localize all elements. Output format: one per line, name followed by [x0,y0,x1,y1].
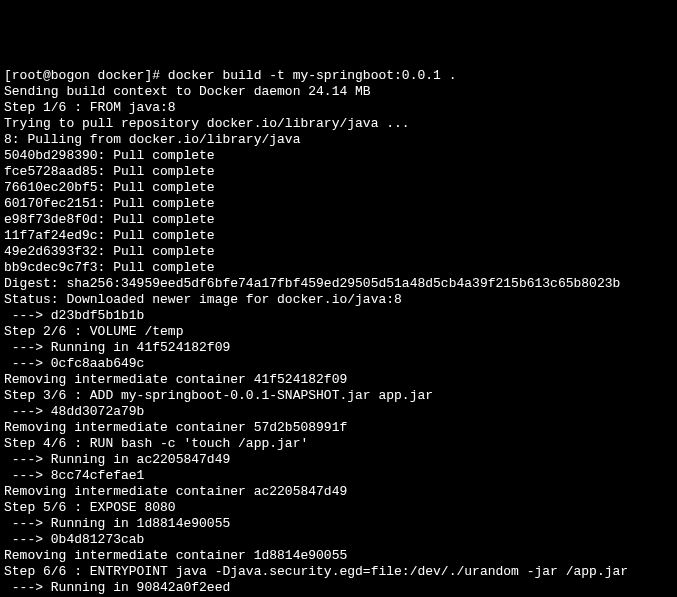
terminal-line: ---> Running in ac2205847d49 [4,452,673,468]
terminal-line: Removing intermediate container 1d8814e9… [4,548,673,564]
terminal-line: Status: Downloaded newer image for docke… [4,292,673,308]
terminal-line: Step 6/6 : ENTRYPOINT java -Djava.securi… [4,564,673,580]
terminal-line: 76610ec20bf5: Pull complete [4,180,673,196]
terminal-line: ---> 8cc74cfefae1 [4,468,673,484]
terminal-line: fce5728aad85: Pull complete [4,164,673,180]
terminal-line: bb9cdec9c7f3: Pull complete [4,260,673,276]
terminal-line: ---> Running in 41f524182f09 [4,340,673,356]
terminal-line: ---> Running in 1d8814e90055 [4,516,673,532]
terminal-line: 5040bd298390: Pull complete [4,148,673,164]
terminal-line: ---> 48dd3072a79b [4,404,673,420]
terminal-line: 8: Pulling from docker.io/library/java [4,132,673,148]
terminal-line: ---> Running in 90842a0f2eed [4,580,673,596]
terminal-line: [root@bogon docker]# docker build -t my-… [4,68,673,84]
terminal-line: Step 3/6 : ADD my-springboot-0.0.1-SNAPS… [4,388,673,404]
terminal-line: e98f73de8f0d: Pull complete [4,212,673,228]
terminal-line: Step 1/6 : FROM java:8 [4,100,673,116]
terminal-line: ---> 0cfc8aab649c [4,356,673,372]
terminal-output: [root@bogon docker]# docker build -t my-… [4,68,673,597]
terminal-line: Step 4/6 : RUN bash -c 'touch /app.jar' [4,436,673,452]
terminal-line: Sending build context to Docker daemon 2… [4,84,673,100]
terminal-line: 60170fec2151: Pull complete [4,196,673,212]
terminal-line: Removing intermediate container 41f52418… [4,372,673,388]
terminal-line: 49e2d6393f32: Pull complete [4,244,673,260]
terminal-line: Digest: sha256:34959eed5df6bfe74a17fbf45… [4,276,673,292]
terminal-line: 11f7af24ed9c: Pull complete [4,228,673,244]
terminal-line: Step 2/6 : VOLUME /temp [4,324,673,340]
terminal-line: Trying to pull repository docker.io/libr… [4,116,673,132]
terminal-line: Removing intermediate container 57d2b508… [4,420,673,436]
terminal-line: Removing intermediate container ac220584… [4,484,673,500]
terminal-line: ---> 0b4d81273cab [4,532,673,548]
terminal-line: Step 5/6 : EXPOSE 8080 [4,500,673,516]
terminal-line: ---> d23bdf5b1b1b [4,308,673,324]
